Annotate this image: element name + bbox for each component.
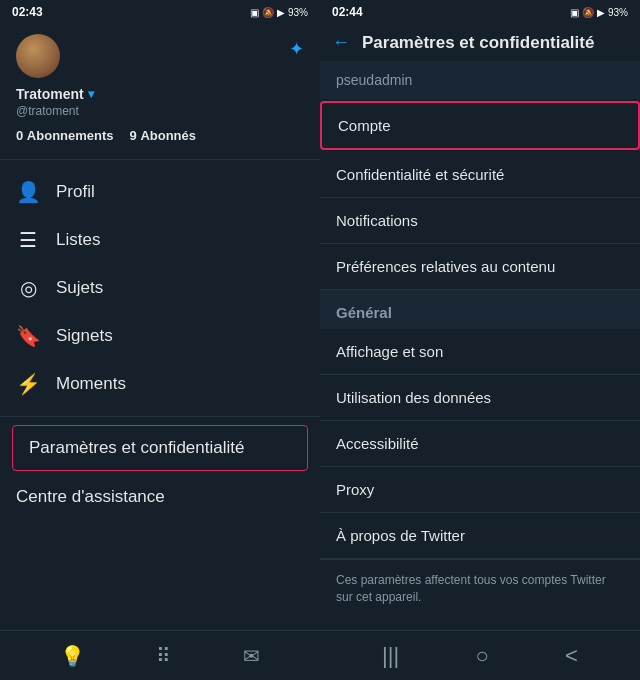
- right-volume-icon: 🔕: [582, 7, 594, 18]
- left-time: 02:43: [12, 5, 43, 19]
- nav-item-moments[interactable]: ⚡ Moments: [0, 360, 320, 408]
- nav-recent-apps[interactable]: |||: [382, 643, 399, 669]
- section-header-general: Général: [320, 290, 640, 329]
- right-signal-icon: ▣: [570, 7, 579, 18]
- sujets-icon: ◎: [16, 276, 40, 300]
- nav-item-listes[interactable]: ☰ Listes: [0, 216, 320, 264]
- battery-icon: 93%: [288, 7, 308, 18]
- menu-item-compte[interactable]: Compte: [320, 101, 640, 150]
- bulb-icon[interactable]: 💡: [60, 644, 85, 668]
- signets-icon: 🔖: [16, 324, 40, 348]
- nav-item-profil[interactable]: 👤 Profil: [0, 168, 320, 216]
- nav-items: 👤 Profil ☰ Listes ◎ Sujets 🔖 Signets ⚡ M…: [0, 168, 320, 630]
- nav-label-moments: Moments: [56, 374, 126, 394]
- following-stat[interactable]: 0 Abonnements: [16, 128, 114, 143]
- left-panel: 02:43 ▣ 🔕 ▶ 93% ✦ Tratoment ▾ @tratoment…: [0, 0, 320, 680]
- volume-icon: 🔕: [262, 7, 274, 18]
- nav-label-profil: Profil: [56, 182, 95, 202]
- menu-item-utilisation[interactable]: Utilisation des données: [320, 375, 640, 421]
- profile-top: ✦: [16, 34, 304, 78]
- follow-stats: 0 Abonnements 9 Abonnés: [16, 128, 304, 143]
- nav-label-signets: Signets: [56, 326, 113, 346]
- menu-item-affichage[interactable]: Affichage et son: [320, 329, 640, 375]
- nav-item-signets[interactable]: 🔖 Signets: [0, 312, 320, 360]
- bottom-bar-right: ||| ○ <: [320, 630, 640, 680]
- right-status-icons: ▣ 🔕 ▶ 93%: [570, 7, 628, 18]
- email-text: pseudadmin: [336, 72, 412, 88]
- mail-icon[interactable]: ✉: [243, 644, 260, 668]
- settings-item[interactable]: Paramètres et confidentialité: [12, 425, 308, 471]
- nav-item-sujets[interactable]: ◎ Sujets: [0, 264, 320, 312]
- left-status-bar: 02:43 ▣ 🔕 ▶ 93%: [0, 0, 320, 24]
- moments-icon: ⚡: [16, 372, 40, 396]
- display-name[interactable]: Tratoment ▾: [16, 86, 304, 102]
- profile-section: ✦ Tratoment ▾ @tratoment 0 Abonnements 9…: [0, 24, 320, 151]
- email-bar: pseudadmin: [320, 61, 640, 99]
- handle: @tratoment: [16, 104, 304, 118]
- avatar[interactable]: [16, 34, 60, 78]
- nav-label-listes: Listes: [56, 230, 100, 250]
- divider-2: [0, 416, 320, 417]
- nav-home[interactable]: ○: [475, 643, 488, 669]
- menu-item-notifications[interactable]: Notifications: [320, 198, 640, 244]
- menu-item-accessibilite[interactable]: Accessibilité: [320, 421, 640, 467]
- divider-1: [0, 159, 320, 160]
- dropdown-icon[interactable]: ▾: [88, 87, 94, 101]
- username-block: Tratoment ▾ @tratoment: [16, 86, 304, 118]
- profil-icon: 👤: [16, 180, 40, 204]
- right-battery-icon: 93%: [608, 7, 628, 18]
- right-title: Paramètres et confidentialité: [362, 33, 594, 53]
- right-time: 02:44: [332, 5, 363, 19]
- sparkle-icon[interactable]: ✦: [289, 38, 304, 60]
- qr-icon[interactable]: ⠿: [156, 644, 171, 668]
- nav-back[interactable]: <: [565, 643, 578, 669]
- menu-item-confidentialite[interactable]: Confidentialité et sécurité: [320, 152, 640, 198]
- menu-item-preferences[interactable]: Préférences relatives au contenu: [320, 244, 640, 290]
- nav-label-sujets: Sujets: [56, 278, 103, 298]
- right-wifi-icon: ▶: [597, 7, 605, 18]
- listes-icon: ☰: [16, 228, 40, 252]
- footer-text: Ces paramètres affectent tous vos compte…: [320, 559, 640, 618]
- right-status-bar: 02:44 ▣ 🔕 ▶ 93%: [320, 0, 640, 24]
- right-header: ← Paramètres et confidentialité: [320, 24, 640, 61]
- left-status-icons: ▣ 🔕 ▶ 93%: [250, 7, 308, 18]
- right-panel: 02:44 ▣ 🔕 ▶ 93% ← Paramètres et confiden…: [320, 0, 640, 680]
- back-button[interactable]: ←: [332, 32, 350, 53]
- bottom-bar-left: 💡 ⠿ ✉: [0, 630, 320, 680]
- help-item[interactable]: Centre d'assistance: [0, 475, 320, 519]
- followers-stat[interactable]: 9 Abonnés: [130, 128, 196, 143]
- right-content: pseudadmin Compte Confidentialité et séc…: [320, 61, 640, 630]
- menu-item-proxy[interactable]: Proxy: [320, 467, 640, 513]
- wifi-icon: ▶: [277, 7, 285, 18]
- signal-icon: ▣: [250, 7, 259, 18]
- menu-item-apropos[interactable]: À propos de Twitter: [320, 513, 640, 559]
